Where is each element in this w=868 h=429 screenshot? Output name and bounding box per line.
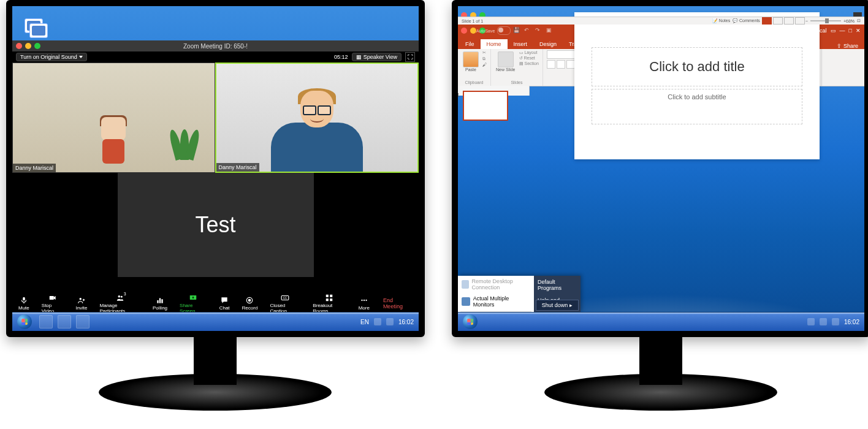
taskbar-pin[interactable] — [58, 315, 71, 328]
end-meeting-button[interactable]: End Meeting — [376, 297, 419, 309]
taskbar-pin[interactable] — [76, 315, 89, 328]
slideshow-view-button[interactable] — [795, 17, 805, 25]
tab-design[interactable]: Design — [533, 39, 563, 49]
fit-to-window-button[interactable]: ⊡ — [857, 18, 861, 23]
zoom-slider[interactable] — [810, 20, 841, 21]
share-screen-button[interactable]: Share Screen — [173, 294, 213, 314]
slide-thumbnail-panel: 1 — [458, 86, 530, 96]
close-icon[interactable] — [461, 28, 467, 34]
taskbar-clock[interactable]: 16:02 — [844, 319, 859, 325]
svg-point-2 — [79, 298, 82, 300]
breakout-rooms-button[interactable]: Breakout Rooms — [306, 294, 352, 314]
taskbar-pin[interactable] — [39, 315, 53, 328]
start-right-item[interactable]: Default Programs — [534, 276, 581, 294]
format-painter-button[interactable]: 🖌 — [482, 63, 487, 67]
italic-button[interactable] — [557, 60, 565, 69]
svg-point-4 — [121, 295, 123, 297]
paste-button[interactable]: Paste — [462, 50, 480, 73]
new-slide-button[interactable]: New Slide — [495, 50, 517, 73]
start-menu-item[interactable]: Remote Desktop Connection — [458, 276, 534, 293]
normal-view-button[interactable] — [762, 17, 772, 25]
tray-icon[interactable] — [807, 318, 815, 325]
reading-view-button[interactable] — [784, 17, 794, 25]
mute-button[interactable]: Mute — [12, 296, 36, 311]
shared-content-tile[interactable]: Test — [118, 173, 314, 277]
invite-icon — [77, 296, 86, 305]
tab-insert[interactable]: Insert — [508, 39, 534, 49]
participants-icon: 3 — [116, 294, 124, 302]
more-button[interactable]: More — [352, 296, 376, 311]
comments-button[interactable]: 💬 Comments — [733, 18, 760, 23]
right-monitor: You are viewing Ted's screen View Option… — [452, 0, 868, 337]
maximize-window-icon[interactable]: □ — [849, 28, 852, 34]
taskbar-clock[interactable]: 16:02 — [398, 319, 414, 325]
slideshow-icon[interactable]: ▣ — [546, 27, 555, 34]
windows-orb-icon — [17, 314, 32, 329]
copy-button[interactable]: ⧉ — [482, 56, 487, 61]
slide-canvas[interactable]: Click to add title Click to add subtitle — [574, 12, 820, 159]
record-icon — [245, 296, 254, 305]
redo-icon[interactable]: ↷ — [535, 27, 544, 34]
autosave-toggle[interactable] — [497, 26, 511, 35]
stop-video-button[interactable]: Stop Video — [36, 294, 70, 314]
underline-button[interactable] — [566, 60, 575, 69]
subtitle-placeholder[interactable]: Click to add subtitle — [592, 89, 802, 124]
ribbon-options-icon[interactable]: ▭ — [831, 28, 836, 34]
notes-button[interactable]: 📝 Notes — [712, 18, 730, 23]
title-placeholder[interactable]: Click to add title — [592, 47, 802, 86]
sorter-view-button[interactable] — [773, 17, 783, 25]
polling-button[interactable]: Polling — [147, 296, 173, 311]
pp-share-button[interactable]: ⇪Share — [832, 43, 863, 49]
close-icon[interactable] — [16, 43, 22, 49]
reset-button[interactable]: ↺ Reset — [519, 56, 539, 61]
slide-thumbnail[interactable]: 1 — [463, 91, 508, 121]
tray-icon[interactable] — [386, 318, 394, 325]
more-icon — [360, 296, 368, 305]
language-indicator[interactable]: EN — [360, 319, 369, 325]
chevron-right-icon: ▸ — [569, 302, 573, 308]
minimize-icon[interactable] — [470, 28, 476, 34]
minimize-icon[interactable] — [25, 43, 31, 49]
rdp-desktop-icon[interactable] — [25, 18, 47, 37]
cut-button[interactable]: ✂ — [482, 50, 487, 55]
zoom-titlebar[interactable]: Zoom Meeting ID: 650-! — [12, 40, 419, 51]
tray-icon[interactable] — [832, 318, 839, 325]
tray-icon[interactable] — [374, 318, 381, 325]
autosave-label: AutoSave — [476, 29, 495, 33]
closed-caption-button[interactable]: CC Closed Caption — [264, 294, 306, 314]
tab-home[interactable]: Home — [481, 39, 508, 49]
meeting-timer: 05:12 — [334, 54, 348, 60]
undo-icon[interactable]: ↶ — [524, 27, 533, 34]
windows-orb-icon — [463, 314, 478, 329]
svg-rect-0 — [23, 297, 25, 301]
start-menu-item[interactable]: Actual Multiple Monitors — [458, 293, 534, 310]
layout-button[interactable]: ▭ Layout — [519, 50, 539, 55]
app-icon — [462, 297, 470, 306]
save-icon[interactable]: 💾 — [513, 27, 522, 34]
svg-point-18 — [364, 300, 365, 301]
start-button[interactable] — [12, 313, 37, 331]
original-sound-button[interactable]: Turn on Original Sound — [16, 53, 87, 61]
manage-participants-button[interactable]: 3 Manage Participants — [94, 294, 147, 314]
shutdown-button[interactable]: Shut down ▸ — [536, 300, 579, 311]
video-tile[interactable]: Danny Mariscal — [12, 63, 215, 173]
zoom-out-button[interactable]: − — [805, 19, 808, 23]
chat-button[interactable]: Chat — [213, 296, 236, 311]
share-icon: ⇪ — [837, 43, 842, 49]
maximize-icon[interactable] — [34, 43, 40, 49]
invite-button[interactable]: Invite — [69, 296, 93, 311]
close-window-icon[interactable]: ✕ — [856, 28, 861, 34]
zoom-percent[interactable]: 68% — [846, 19, 855, 23]
zoom-meeting-id: Zoom Meeting ID: 650-! — [183, 43, 248, 50]
bold-button[interactable] — [547, 60, 555, 69]
section-button[interactable]: ▤ Section — [519, 61, 539, 66]
minimize-window-icon[interactable]: — — [840, 28, 845, 34]
tray-icon[interactable] — [820, 318, 827, 325]
tab-file[interactable]: File — [459, 39, 481, 49]
fullscreen-button[interactable]: ⛶ — [405, 52, 415, 62]
video-tile-active[interactable]: Danny Mariscal — [215, 63, 419, 173]
record-button[interactable]: Record — [236, 296, 264, 311]
speaker-view-button[interactable]: ▦Speaker View — [352, 53, 402, 61]
poll-icon — [156, 296, 164, 305]
start-button[interactable] — [458, 313, 482, 331]
